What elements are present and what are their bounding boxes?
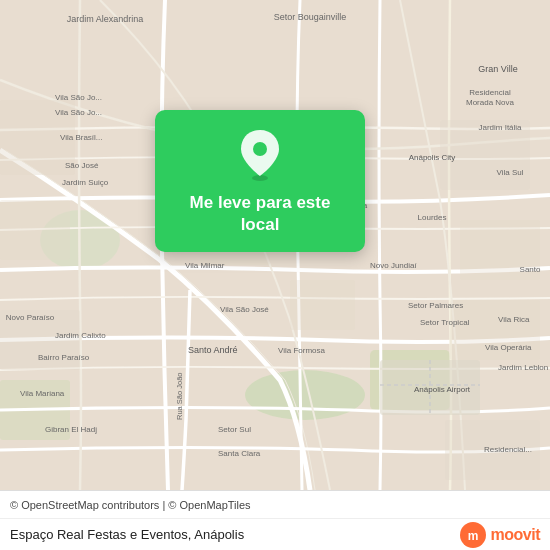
- svg-text:Santa Clara: Santa Clara: [218, 449, 261, 458]
- svg-text:Setor Bougainville: Setor Bougainville: [274, 12, 347, 22]
- svg-text:Jardim Itália: Jardim Itália: [478, 123, 522, 132]
- svg-text:Gibran El Hadj: Gibran El Hadj: [45, 425, 97, 434]
- svg-text:Anápolis City: Anápolis City: [409, 153, 456, 162]
- svg-text:Vila Milmar: Vila Milmar: [185, 261, 225, 270]
- action-label: Me leve para este local: [171, 192, 349, 236]
- action-card[interactable]: Me leve para este local: [155, 110, 365, 252]
- svg-text:Lourdes: Lourdes: [418, 213, 447, 222]
- svg-rect-7: [0, 200, 70, 260]
- svg-text:Setor Palmares: Setor Palmares: [408, 301, 463, 310]
- svg-text:Jardim Alexandrina: Jardim Alexandrina: [67, 14, 144, 24]
- location-pin-icon: [237, 128, 283, 182]
- svg-text:Morada Nova: Morada Nova: [466, 98, 515, 107]
- place-name: Espaço Real Festas e Eventos, Anápolis: [10, 527, 459, 542]
- svg-text:Jardim Leblon: Jardim Leblon: [498, 363, 548, 372]
- svg-text:Novo Jundiaí: Novo Jundiaí: [370, 261, 417, 270]
- svg-text:São José: São José: [65, 161, 99, 170]
- svg-text:Gran Ville: Gran Ville: [478, 64, 517, 74]
- moovit-icon: m: [459, 521, 487, 549]
- svg-text:Vila Mariana: Vila Mariana: [20, 389, 65, 398]
- svg-text:Vila São Jo...: Vila São Jo...: [55, 93, 102, 102]
- svg-text:Vila Operária: Vila Operária: [485, 343, 532, 352]
- svg-text:Vila Brasíl...: Vila Brasíl...: [60, 133, 103, 142]
- moovit-text: moovit: [491, 526, 540, 544]
- svg-text:Bairro Paraíso: Bairro Paraíso: [38, 353, 90, 362]
- svg-text:Anápolis Airport: Anápolis Airport: [414, 385, 471, 394]
- svg-text:Vila Formosa: Vila Formosa: [278, 346, 326, 355]
- svg-text:Vila Sul: Vila Sul: [497, 168, 524, 177]
- svg-rect-10: [290, 280, 355, 330]
- svg-text:Santo André: Santo André: [188, 345, 238, 355]
- svg-point-52: [253, 142, 267, 156]
- svg-text:Vila Rica: Vila Rica: [498, 315, 530, 324]
- map-container: Jardim Alexandrina Setor Bougainville Gr…: [0, 0, 550, 490]
- svg-text:Vila São Jo...: Vila São Jo...: [55, 108, 102, 117]
- svg-text:Novo Paraíso: Novo Paraíso: [6, 313, 55, 322]
- attribution-bar: © OpenStreetMap contributors | © OpenMap…: [0, 490, 550, 518]
- svg-text:Jardim Calixto: Jardim Calixto: [55, 331, 106, 340]
- svg-text:Residencial: Residencial: [469, 88, 511, 97]
- svg-text:Residencial...: Residencial...: [484, 445, 532, 454]
- svg-text:Jardim Suiço: Jardim Suiço: [62, 178, 109, 187]
- svg-text:Vila São José: Vila São José: [220, 305, 269, 314]
- svg-text:Setor Sul: Setor Sul: [218, 425, 251, 434]
- svg-text:Santo: Santo: [520, 265, 541, 274]
- attribution-text: © OpenStreetMap contributors | © OpenMap…: [10, 499, 251, 511]
- svg-text:Setor Tropical: Setor Tropical: [420, 318, 470, 327]
- svg-text:Rua São João: Rua São João: [175, 372, 184, 420]
- moovit-logo: m moovit: [459, 521, 540, 549]
- svg-text:m: m: [467, 529, 478, 543]
- info-bar: Espaço Real Festas e Eventos, Anápolis m…: [0, 518, 550, 550]
